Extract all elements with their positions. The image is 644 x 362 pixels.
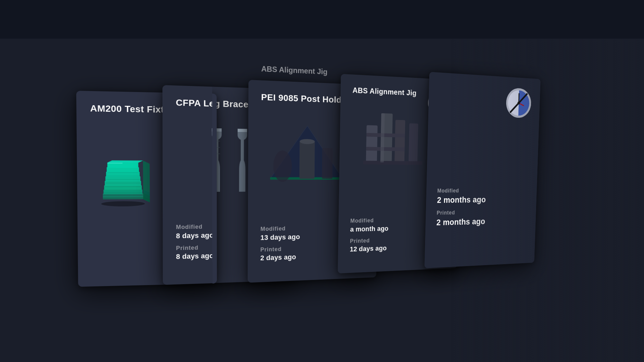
card-2-printed-value: 8 days ago bbox=[176, 251, 214, 261]
svg-rect-52 bbox=[394, 120, 405, 162]
svg-rect-53 bbox=[366, 125, 377, 162]
svg-rect-41 bbox=[299, 141, 315, 179]
card-5-modified-label: Modified bbox=[437, 187, 486, 194]
card-4-printed-value: 12 days ago bbox=[350, 244, 388, 254]
top-bar bbox=[0, 0, 644, 39]
card-5-printed-label: Printed bbox=[437, 209, 486, 217]
scene: AM200 Test Fixture bbox=[0, 0, 644, 362]
card-5[interactable]: Modified 2 months ago Printed 2 months a… bbox=[424, 72, 541, 268]
card-3-printed-label: Printed bbox=[260, 245, 300, 254]
svg-rect-56 bbox=[409, 123, 418, 163]
card-3-printed-value: 2 days ago bbox=[260, 253, 300, 263]
card-3-modified-value: 13 days ago bbox=[260, 232, 300, 242]
model-pei bbox=[264, 115, 349, 188]
card-3-meta: Modified 13 days ago Printed 2 days ago bbox=[260, 225, 300, 266]
svg-marker-22 bbox=[107, 160, 143, 162]
card-2-modified-label: Modified bbox=[176, 223, 214, 231]
card-2-modified-value: 8 days ago bbox=[176, 231, 214, 240]
svg-rect-44 bbox=[322, 148, 333, 179]
svg-point-23 bbox=[101, 201, 145, 206]
card-abs-title-preview: ABS Alignment Jig bbox=[261, 64, 327, 76]
cards-container: AM200 Test Fixture bbox=[64, 60, 580, 302]
card-3-modified-label: Modified bbox=[260, 225, 300, 233]
card-5-printed-value: 2 months ago bbox=[436, 216, 485, 228]
card-4-printed-label: Printed bbox=[350, 236, 388, 245]
model-am200 bbox=[94, 156, 152, 213]
model-abs bbox=[357, 106, 429, 172]
card-4-modified-label: Modified bbox=[350, 217, 389, 225]
card-5-meta: Modified 2 months ago Printed 2 months a… bbox=[436, 187, 486, 231]
card-2-meta: Modified 8 days ago Printed 8 days ago bbox=[176, 223, 214, 265]
clock-icon-card5 bbox=[506, 88, 532, 118]
card-4-meta: Modified a month ago Printed 12 days ago bbox=[350, 217, 389, 258]
card-4-modified-value: a month ago bbox=[350, 224, 388, 234]
card-5-modified-value: 2 months ago bbox=[437, 194, 486, 206]
svg-line-61 bbox=[519, 93, 519, 103]
card-2-printed-label: Printed bbox=[176, 244, 214, 253]
